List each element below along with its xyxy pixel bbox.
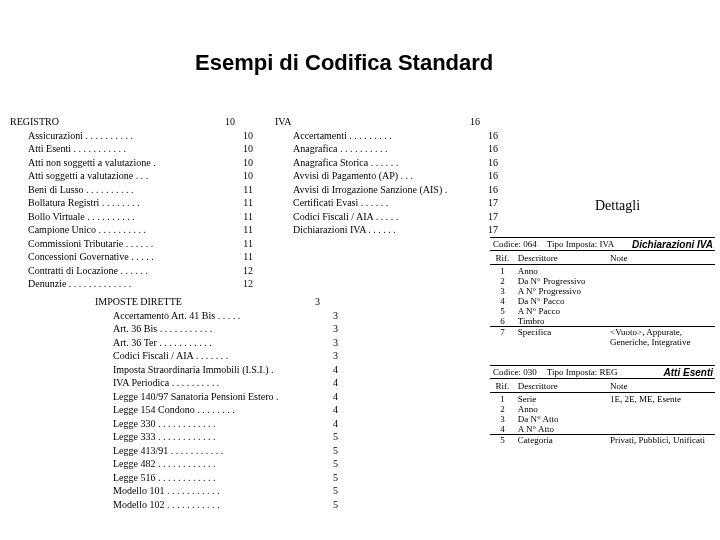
box2-codice-label: Codice: <box>493 367 521 377</box>
list-item-page: 3 <box>327 322 338 336</box>
list-item-page: 17 <box>482 223 498 237</box>
list-item-page: 11 <box>237 237 253 251</box>
list-item-page: 5 <box>327 457 338 471</box>
col-rif: Rif. <box>490 252 515 265</box>
cell-rif: 2 <box>490 404 515 414</box>
table-row: 4A N° Atto <box>490 424 715 434</box>
list-item: Legge 333 . . . . . . . . . . . . 5 <box>95 430 338 444</box>
list-item-label: Art. 36 Ter . . . . . . . . . . . <box>113 336 212 350</box>
list-item: Dichiarazioni IVA . . . . . . 17 <box>275 223 498 237</box>
cell-rif: 5 <box>490 306 515 316</box>
list-item-label: Campione Unico . . . . . . . . . . <box>28 223 146 237</box>
table-row: 1Anno <box>490 266 715 276</box>
list-item-page: 11 <box>237 210 253 224</box>
list-item-page: 5 <box>327 498 338 512</box>
list-item-page: 16 <box>482 129 498 143</box>
list-item-label: Accertamento Art. 41 Bis . . . . . <box>113 309 240 323</box>
cell-note: 1E, 2E, ME, Esente <box>607 394 715 404</box>
dettagli-label: Dettagli <box>595 198 640 214</box>
list-item-label: Bollo Virtuale . . . . . . . . . . <box>28 210 135 224</box>
cell-desc: Anno <box>515 266 607 276</box>
list-item-page: 12 <box>237 277 253 291</box>
imposte-header: IMPOSTE DIRETTE <box>95 295 182 309</box>
cell-note <box>607 276 715 286</box>
list-item: Legge 140/97 Sanatoria Pensioni Estero .… <box>95 390 338 404</box>
box2-tipo: REG <box>599 367 617 377</box>
registro-header-page: 10 <box>219 115 235 129</box>
cell-desc: Specifica <box>515 327 607 347</box>
cell-rif: 5 <box>490 435 515 445</box>
iva-header-page: 16 <box>464 115 480 129</box>
list-item: Concessioni Governative . . . . . 11 <box>10 250 253 264</box>
box1-codice-label: Codice: <box>493 239 521 249</box>
list-item: Legge 154 Condono . . . . . . . . 4 <box>95 403 338 417</box>
cell-rif: 4 <box>490 296 515 306</box>
cell-rif: 3 <box>490 414 515 424</box>
list-item-label: Assicurazioni . . . . . . . . . . <box>28 129 133 143</box>
list-item-page: 4 <box>327 417 338 431</box>
list-item-label: Legge 482 . . . . . . . . . . . . <box>113 457 216 471</box>
cell-note <box>607 316 715 326</box>
list-item-label: Modello 102 . . . . . . . . . . . <box>113 498 219 512</box>
list-item: Atti Esenti . . . . . . . . . . . 10 <box>10 142 253 156</box>
cell-rif: 3 <box>490 286 515 296</box>
table-row: 5CategoriaPrivati, Pubblici, Unificati <box>490 434 715 445</box>
page-title: Esempi di Codifica Standard <box>195 50 493 76</box>
table-row: 5A N° Pacco <box>490 306 715 316</box>
list-item: Certificati Evasi . . . . . . 17 <box>275 196 498 210</box>
cell-note <box>607 286 715 296</box>
list-item-label: Legge 140/97 Sanatoria Pensioni Estero . <box>113 390 279 404</box>
list-item-label: Legge 333 . . . . . . . . . . . . <box>113 430 216 444</box>
table-row: 2Anno <box>490 404 715 414</box>
list-item-label: Avvisi di Pagamento (AP) . . . <box>293 169 413 183</box>
cell-note: <Vuoto>, Appurate, Generiche, Integrativ… <box>607 327 715 347</box>
list-item: Art. 36 Bis . . . . . . . . . . . 3 <box>95 322 338 336</box>
list-item-page: 5 <box>327 471 338 485</box>
table-row: 1Serie1E, 2E, ME, Esente <box>490 394 715 404</box>
cell-desc: Serie <box>515 394 607 404</box>
cell-rif: 4 <box>490 424 515 434</box>
list-item-page: 4 <box>327 363 338 377</box>
list-item-page: 11 <box>237 250 253 264</box>
list-item-label: Codici Fiscali / AIA . . . . . . . <box>113 349 228 363</box>
list-item: Legge 482 . . . . . . . . . . . . 5 <box>95 457 338 471</box>
cell-desc: Da N° Pacco <box>515 296 607 306</box>
list-item-label: Legge 516 . . . . . . . . . . . . <box>113 471 216 485</box>
table-row: 3Da N° Atto <box>490 414 715 424</box>
list-item-page: 3 <box>327 349 338 363</box>
list-item-label: Atti non soggetti a valutazione . <box>28 156 156 170</box>
list-item: Atti soggetti a valutazione . . . 10 <box>10 169 253 183</box>
cell-note <box>607 404 715 414</box>
cell-rif: 6 <box>490 316 515 326</box>
list-item-label: Dichiarazioni IVA . . . . . . <box>293 223 396 237</box>
cell-rif: 7 <box>490 327 515 347</box>
list-item: Atti non soggetti a valutazione . 10 <box>10 156 253 170</box>
list-item: Campione Unico . . . . . . . . . . 11 <box>10 223 253 237</box>
table-row: 7Specifica<Vuoto>, Appurate, Generiche, … <box>490 326 715 347</box>
cell-desc: Anno <box>515 404 607 414</box>
cell-desc: A N° Pacco <box>515 306 607 316</box>
list-item-page: 4 <box>327 390 338 404</box>
list-item-page: 12 <box>237 264 253 278</box>
list-item: Codici Fiscali / AIA . . . . . . . 3 <box>95 349 338 363</box>
list-item-page: 16 <box>482 156 498 170</box>
list-item-page: 3 <box>327 336 338 350</box>
cell-desc: Da N° Atto <box>515 414 607 424</box>
col-desc: Descrittore <box>515 252 607 265</box>
list-item-label: Legge 413/91 . . . . . . . . . . . <box>113 444 223 458</box>
list-item-label: Art. 36 Bis . . . . . . . . . . . <box>113 322 212 336</box>
list-item: Avvisi di Irrogazione Sanzione (AIS) . 1… <box>275 183 498 197</box>
iva-header: IVA <box>275 115 291 129</box>
cell-desc: A N° Progressivo <box>515 286 607 296</box>
list-item-page: 10 <box>237 169 253 183</box>
list-item-page: 11 <box>237 223 253 237</box>
box1-tipo: IVA <box>599 239 614 249</box>
list-item-page: 10 <box>237 142 253 156</box>
list-item-label: Imposta Straordinaria Immobili (I.S.I.) … <box>113 363 274 377</box>
cell-desc: Da N° Progressivo <box>515 276 607 286</box>
list-item-label: Atti Esenti . . . . . . . . . . . <box>28 142 126 156</box>
box1-tipo-label: Tipo Imposta: <box>547 239 597 249</box>
list-item: Accertamento Art. 41 Bis . . . . . 3 <box>95 309 338 323</box>
list-item: Bollatura Registri . . . . . . . . 11 <box>10 196 253 210</box>
list-item-label: IVA Periodica . . . . . . . . . . <box>113 376 219 390</box>
